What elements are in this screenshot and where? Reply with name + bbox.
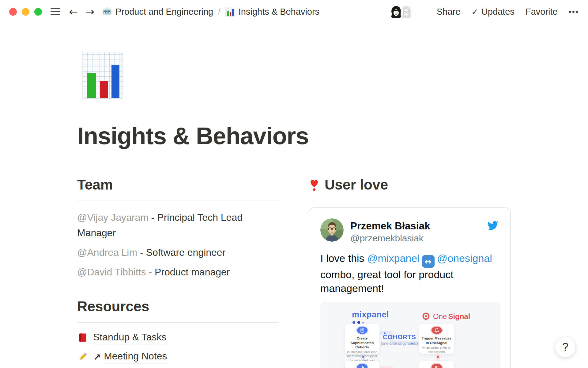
help-button[interactable]: ? bbox=[555, 337, 576, 358]
onesignal-mention-link[interactable]: @onesignal bbox=[437, 252, 492, 264]
tweet-text: I love this @mixpanel↔@onesignal combo, … bbox=[320, 251, 499, 295]
onesignal-logo: OneSignal bbox=[421, 312, 470, 321]
diagram-card-find-insights: Find Insights in Mixpanel with powerful … bbox=[345, 361, 379, 368]
user-love-label: User love bbox=[325, 176, 388, 193]
tweet-header: Przemek Błasiak @przemekblasiak bbox=[320, 218, 499, 244]
heart-exclamation-icon bbox=[309, 178, 320, 192]
tweet-author-handle[interactable]: @przemekblasiak bbox=[350, 232, 430, 244]
member-role: - Software engineer bbox=[137, 247, 225, 258]
twitter-bird-icon[interactable] bbox=[486, 220, 499, 231]
pencil-icon bbox=[77, 351, 88, 362]
back-arrow-icon[interactable]: ← bbox=[69, 6, 78, 17]
left-column: Team @Vijay Jayaram - Principal Tech Lea… bbox=[77, 176, 279, 368]
bell-icon bbox=[432, 327, 442, 334]
notion-window: ← → Prod bbox=[0, 0, 588, 368]
history-nav: ← → bbox=[69, 6, 94, 17]
updates-button[interactable]: ✓ Updates bbox=[471, 7, 514, 17]
team-member: @David Tibbitts - Product manager bbox=[77, 264, 279, 280]
team-member: @Andrea Lim - Software engineer bbox=[77, 245, 279, 260]
bar-chart-page-icon-small bbox=[225, 7, 235, 17]
tweet-author: Przemek Błasiak @przemekblasiak bbox=[350, 218, 430, 244]
person-mention[interactable]: @Vijay Jayaram bbox=[77, 212, 149, 223]
forward-arrow-icon[interactable]: → bbox=[86, 6, 95, 17]
breadcrumb-workspace-label: Product and Engineering bbox=[115, 7, 213, 17]
window-controls bbox=[9, 8, 42, 16]
tweet-author-avatar[interactable] bbox=[320, 218, 344, 242]
zoom-window-button[interactable] bbox=[34, 8, 42, 16]
user-love-heading: User love bbox=[309, 176, 511, 193]
left-right-arrow-emoji: ↔ bbox=[422, 255, 435, 268]
engagement-waves-icon bbox=[432, 364, 442, 368]
person-mention[interactable]: @David Tibbitts bbox=[77, 266, 146, 278]
team-heading: Team bbox=[77, 176, 279, 193]
member-role: - Product manager bbox=[146, 266, 230, 278]
page-link-meeting-notes[interactable]: ↗ Meeting Notes bbox=[77, 351, 279, 363]
mixpanel-mention-link[interactable]: @mixpanel bbox=[367, 252, 420, 264]
page-link-label: Standup & Tasks bbox=[93, 332, 167, 344]
sidebar-toggle-icon[interactable] bbox=[51, 8, 60, 15]
check-icon: ✓ bbox=[471, 7, 478, 17]
page-content: Team @Vijay Jayaram - Principal Tech Lea… bbox=[77, 176, 511, 368]
collaborator-avatar bbox=[389, 5, 403, 19]
person-mention[interactable]: @Andrea Lim bbox=[77, 247, 137, 258]
more-options-button[interactable]: ••• bbox=[569, 7, 579, 17]
events-flow-connector bbox=[390, 366, 394, 368]
breadcrumb-page-label: Insights & Behaviors bbox=[239, 7, 319, 17]
minimize-window-button[interactable] bbox=[22, 8, 29, 16]
red-book-icon bbox=[77, 333, 88, 343]
tweet-embed: Przemek Błasiak @przemekblasiak I love t… bbox=[309, 207, 511, 368]
share-button[interactable]: Share bbox=[437, 7, 460, 17]
diagram-card-trigger-messages: Trigger Messages in OneSignal when users… bbox=[419, 324, 454, 354]
diagram-card-create-cohorts: Create Sophisticated Cohorts in Mixpanel… bbox=[345, 324, 379, 354]
team-member: @Vijay Jayaram - Principal Tech Lead Man… bbox=[77, 210, 279, 240]
page-link-standup-tasks[interactable]: Standup & Tasks bbox=[77, 332, 279, 344]
breadcrumb: Product and Engineering / Insights & Beh… bbox=[102, 7, 319, 17]
robot-icon bbox=[102, 7, 112, 17]
flow-dot bbox=[437, 356, 439, 358]
document-icon bbox=[357, 327, 368, 334]
mixpanel-logo-dots bbox=[352, 321, 364, 324]
tweet-media-image[interactable]: mixpanel OneSignal bbox=[320, 302, 500, 368]
page-link-label: Meeting Notes bbox=[104, 351, 167, 363]
breadcrumb-workspace[interactable]: Product and Engineering bbox=[102, 7, 213, 17]
breadcrumb-page[interactable]: Insights & Behaviors bbox=[225, 7, 319, 17]
external-arrow-icon: ↗ bbox=[93, 352, 101, 362]
page-title: Insights & Behaviors bbox=[77, 122, 309, 150]
topbar: ← → Prod bbox=[0, 0, 588, 23]
divider bbox=[77, 322, 279, 323]
onesignal-bell-icon bbox=[421, 312, 431, 321]
cohorts-flow-label: COHORTS (one-time or dynamic) bbox=[379, 333, 419, 346]
right-column: User love bbox=[309, 176, 511, 368]
mixpanel-logo: mixpanel bbox=[352, 310, 389, 320]
page-icon-bar-chart[interactable] bbox=[82, 52, 123, 99]
resources-heading: Resources bbox=[77, 298, 279, 315]
tweet-author-name[interactable]: Przemek Błasiak bbox=[350, 220, 430, 232]
breadcrumb-separator: / bbox=[218, 7, 221, 17]
bar-chart-icon bbox=[357, 364, 368, 368]
diagram-card-measure-engagement: Measure User Engagement with messages, t… bbox=[419, 361, 454, 368]
favorite-button[interactable]: Favorite bbox=[526, 7, 558, 17]
divider bbox=[77, 201, 279, 201]
collaborator-avatars[interactable] bbox=[389, 5, 413, 19]
close-window-button[interactable] bbox=[9, 8, 17, 16]
updates-label: Updates bbox=[481, 7, 514, 17]
